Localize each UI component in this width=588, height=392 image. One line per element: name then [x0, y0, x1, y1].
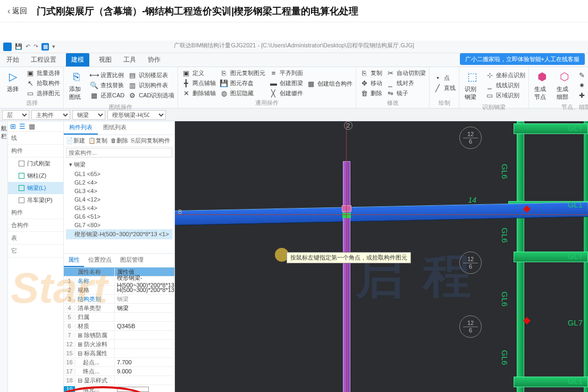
sb-sec-other[interactable]: 它 [8, 245, 63, 257]
qat-more-icon[interactable]: ▾ [52, 43, 55, 50]
delete[interactable]: 🗑删除 [359, 88, 382, 98]
line-align[interactable]: ⎯线对齐 [385, 78, 426, 88]
create-lacing[interactable]: ╳创建缀件 [268, 88, 303, 98]
align-face[interactable]: ≡平齐到面 [268, 68, 303, 78]
prop-row[interactable]: 19填充... [64, 385, 174, 392]
prop-row[interactable]: 4清单类型钢梁 [64, 304, 174, 313]
tree-item[interactable]: GL2 <4> [66, 178, 172, 187]
floor-select[interactable]: 层 [2, 110, 29, 120]
sb-grid-icon[interactable]: ▦ [29, 122, 35, 130]
redo-icon[interactable]: ↷ [33, 43, 38, 50]
wedge-beam-select[interactable]: 楔形钢梁-H(500~ [107, 110, 166, 120]
floor-copy-button[interactable]: ⎘层间复制构件 [131, 137, 170, 145]
line-identify[interactable]: ⎯线线识别 [485, 80, 525, 90]
select-button[interactable]: ▷选择 [3, 68, 22, 98]
search-input[interactable] [66, 148, 172, 157]
tab-drawing-list[interactable]: 图纸列表 [98, 121, 132, 135]
save-icon[interactable]: 💾 [15, 43, 22, 50]
two-point-axis[interactable]: ╋两点辅轴 [181, 78, 216, 88]
tab-layer-mgr[interactable]: 图层管理 [116, 254, 148, 267]
copy[interactable]: ⎘复制 [359, 68, 382, 78]
back-button[interactable]: ‹ 返回 [7, 6, 27, 16]
identify-member[interactable]: ▥识别构件表 [128, 80, 174, 90]
tab-settings[interactable]: 工程设置 [29, 53, 58, 66]
notice-banner[interactable]: 广小二搬家啦，立即体验智能+人工在线客服 [460, 53, 585, 65]
sb-list-icon[interactable]: ☰ [19, 122, 26, 130]
new-button[interactable]: 📄新建 [66, 137, 85, 145]
beam-select[interactable]: 钢梁 [72, 110, 105, 120]
restore-cad[interactable]: ▦还原CAD [89, 90, 124, 100]
prop-row[interactable]: 1名称楔形钢梁-H(500~300)*200*8*13 [64, 277, 174, 286]
pick-member[interactable]: ↖拾取构件 [26, 78, 60, 88]
move[interactable]: ✥移动 [359, 78, 382, 88]
sb-sec-member[interactable]: 构件 [8, 145, 63, 157]
prop-row[interactable]: 7⊞ 除锈防腐 [64, 331, 174, 340]
define[interactable]: ▣定义 [181, 68, 216, 78]
sb-sec-table[interactable]: 表 [8, 232, 63, 245]
sidebar-item-crane[interactable]: 吊车梁(P) [8, 194, 63, 206]
tab-collab[interactable]: 协作 [146, 53, 163, 66]
explode-node[interactable]: ✷炸开节点细部/自定义 [577, 80, 588, 90]
copy-elem[interactable]: ⎘图元复制图元 [219, 68, 265, 78]
sb-sec-line[interactable]: 线 [8, 132, 63, 145]
prop-row[interactable]: 2规格H(500~300)*200*8*13 [64, 286, 174, 295]
tab-start[interactable]: 开始 [4, 53, 21, 66]
find-replace[interactable]: 🔍查找替换 [89, 80, 124, 90]
create-beam[interactable]: ▬创建图梁 [268, 78, 303, 88]
sidebar-item-beam[interactable]: 钢梁(L) [8, 182, 63, 194]
batch-select[interactable]: ▣批量选择 [26, 68, 60, 78]
auto-cut[interactable]: ✂自动切割梁 [385, 68, 426, 78]
tab-tools[interactable]: 工具 [121, 53, 138, 66]
prop-row-end[interactable]: 17终点...9.000 [64, 367, 174, 376]
tree-item[interactable]: GL4 <12> [66, 195, 172, 204]
gen-node-button[interactable]: ⬢生成节点 [532, 68, 551, 102]
undo-icon[interactable]: ↶ [26, 43, 30, 50]
mirror[interactable]: ⇋镜子 [385, 88, 426, 98]
sb-sec-assy[interactable]: 合构件 [8, 219, 63, 232]
tab-position[interactable]: 位置控点 [84, 254, 116, 267]
select-elem[interactable]: ▭选择图元 [26, 88, 60, 98]
prop-row[interactable]: 5归属 [64, 313, 174, 322]
tab-view[interactable]: 视图 [97, 53, 114, 66]
create-custom-node[interactable]: ✚创建自定义节点 [577, 90, 588, 100]
sb-expand-icon[interactable]: ⊞ [10, 122, 16, 130]
line[interactable]: ╱直线 [433, 84, 456, 93]
set-scale[interactable]: ⟷设置比例 [89, 70, 124, 80]
tree-item[interactable]: GL7 <80> [66, 221, 172, 229]
prop-row[interactable]: 3结构类别钢梁 [64, 295, 174, 304]
sidebar-item-column[interactable]: 钢柱(Z) [8, 170, 63, 182]
qat-sheet-icon[interactable]: ▦ [41, 43, 49, 51]
tab-component-list[interactable]: 构件列表 [64, 121, 98, 135]
prop-row[interactable]: 15⊟ 标高属性 [64, 349, 174, 358]
tab-properties[interactable]: 属性 [64, 254, 84, 267]
drawing-canvas[interactable]: 启 程 2 B A 126 126 126 14 GL6 GL6 GL6 [175, 121, 588, 392]
layer-hide[interactable]: ◍图层隐藏 [219, 88, 265, 98]
tree-item[interactable]: GL6 <51> [66, 212, 172, 221]
del-axis[interactable]: ✕删除辅轴 [181, 88, 216, 98]
tree-item[interactable]: GL1 <65> [66, 170, 172, 178]
main-member-select[interactable]: 主构件 [31, 110, 70, 120]
tree-item[interactable]: GL5 <4> [66, 204, 172, 212]
add-drawing-button[interactable]: ⎘添加图纸 [67, 68, 86, 102]
tree-root[interactable]: ▾ 钢梁 [66, 160, 172, 170]
elem-save[interactable]: 💾图元存盘 [219, 78, 265, 88]
prop-row[interactable]: 6材质Q345B [64, 322, 174, 331]
prop-row[interactable]: 18⊟ 显示样式 [64, 376, 174, 385]
tree-item[interactable]: GL3 <4> [66, 187, 172, 195]
tree-item-selected[interactable]: 楔形钢梁-H(500~300)*200*8*13 <1> [66, 229, 172, 239]
identify-beam-button[interactable]: ⬚识别钢梁 [463, 68, 482, 102]
copy-button[interactable]: 📋复制 [88, 137, 107, 145]
prop-row-start[interactable]: 16起点...7.700 [64, 358, 174, 367]
create-assembly[interactable]: ▦创建组合构件 [306, 79, 352, 88]
prop-row[interactable]: 12⊞ 防火涂料 [64, 340, 174, 349]
area-identify[interactable]: ▭区域识别 [485, 90, 525, 100]
identify-floor[interactable]: ▤识别楼层表 [128, 70, 174, 80]
point[interactable]: •点 [433, 73, 456, 83]
delete-button[interactable]: 🗑删除 [111, 137, 128, 145]
sidebar-item-frame[interactable]: 门式刚架 [8, 157, 63, 170]
edit-node[interactable]: ✎编辑节点细部/参数化 [577, 70, 588, 80]
cad-options[interactable]: ⚙CAD识别选项 [128, 90, 174, 100]
tab-model[interactable]: 建模 [66, 53, 89, 66]
sb-sec-comp[interactable]: 构件 [8, 206, 63, 219]
coord-identify[interactable]: ⊹坐标点识别 [485, 70, 525, 80]
